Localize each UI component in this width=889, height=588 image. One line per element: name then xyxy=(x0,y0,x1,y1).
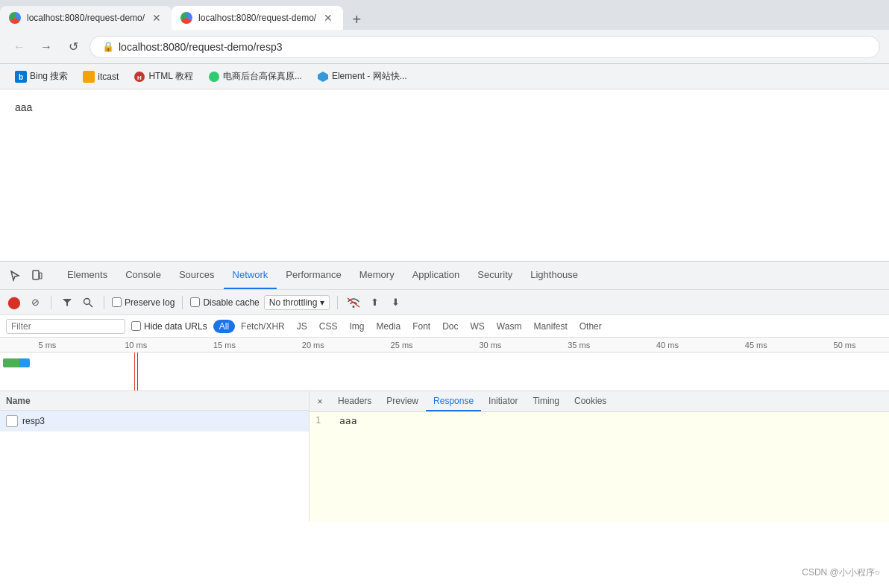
line-number: 1 xyxy=(315,415,330,426)
detail-tab-initiator[interactable]: Initiator xyxy=(481,391,525,411)
timeline-mark-15ms: 15 ms xyxy=(180,341,269,350)
filter-input[interactable] xyxy=(6,319,125,334)
request-row[interactable]: resp3 xyxy=(0,411,309,431)
upload-icon[interactable]: ⬆ xyxy=(366,294,383,311)
stop-button[interactable]: ⊘ xyxy=(27,294,43,311)
reload-button[interactable]: ↺ xyxy=(63,37,84,57)
browser-tab-1[interactable]: localhost:8080/request-demo/ ✕ xyxy=(0,6,172,30)
detail-tab-headers[interactable]: Headers xyxy=(330,391,379,411)
search-icon[interactable] xyxy=(80,294,96,311)
throttling-select[interactable]: No throttling ▾ xyxy=(264,295,330,310)
filter-type-font[interactable]: Font xyxy=(406,320,436,333)
detail-tab-cookies[interactable]: Cookies xyxy=(567,391,614,411)
disable-cache-input[interactable] xyxy=(190,297,200,307)
tab-title-2: localhost:8080/request-demo/ xyxy=(198,13,316,23)
requests-panel: Name resp3 × Headers Preview xyxy=(0,391,889,521)
bookmark-itcast[interactable]: itcast xyxy=(77,69,125,84)
tab-network[interactable]: Network xyxy=(224,262,277,289)
tab-close-1[interactable]: ✕ xyxy=(151,10,163,25)
devtools-panel: Elements Console Sources Network Perform… xyxy=(0,261,889,521)
filter-type-other[interactable]: Other xyxy=(574,320,608,333)
request-file-icon xyxy=(6,415,18,427)
preserve-log-checkbox[interactable]: Preserve log xyxy=(112,297,175,308)
filter-type-media[interactable]: Media xyxy=(370,320,406,333)
bookmark-itcast-label: itcast xyxy=(98,72,119,82)
bookmark-ecommerce[interactable]: 电商后台高保真原... xyxy=(202,69,308,84)
filter-type-js[interactable]: JS xyxy=(291,320,313,333)
forward-button[interactable]: → xyxy=(36,37,57,57)
bookmark-bing[interactable]: b Bing 搜索 xyxy=(9,69,74,84)
timeline-vline-blue xyxy=(137,353,138,391)
record-button[interactable]: ⬤ xyxy=(6,294,22,311)
tab-performance[interactable]: Performance xyxy=(277,262,350,289)
requests-list: Name resp3 xyxy=(0,391,310,521)
timeline-mark-5ms: 5 ms xyxy=(3,341,92,350)
itcast-icon xyxy=(83,71,95,83)
throttling-chevron-icon: ▾ xyxy=(320,297,324,308)
new-tab-button[interactable]: + xyxy=(346,9,367,30)
disable-cache-checkbox[interactable]: Disable cache xyxy=(190,297,259,308)
detail-tab-timing[interactable]: Timing xyxy=(525,391,567,411)
line-text: aaa xyxy=(339,415,356,426)
detail-tab-response[interactable]: Response xyxy=(426,391,481,411)
hide-data-urls-checkbox[interactable]: Hide data URLs xyxy=(131,321,207,332)
bookmarks-bar: b Bing 搜索 itcast H HTML 教程 电商后台高保真原... xyxy=(0,64,889,89)
wifi-icon[interactable] xyxy=(345,294,362,311)
svg-rect-2 xyxy=(83,71,95,83)
bookmark-element[interactable]: Element - 网站快... xyxy=(311,69,413,84)
detail-tab-preview[interactable]: Preview xyxy=(379,391,426,411)
filter-type-img[interactable]: Img xyxy=(343,320,370,333)
hide-data-urls-input[interactable] xyxy=(131,321,141,331)
svg-marker-6 xyxy=(318,72,328,82)
html-icon: H xyxy=(133,71,145,83)
url-text: localhost:8080/request-demo/resp3 xyxy=(119,41,282,53)
tab-security[interactable]: Security xyxy=(468,262,521,289)
filter-type-ws[interactable]: WS xyxy=(465,320,491,333)
toolbar-separator-4 xyxy=(337,296,338,309)
devtools-icon-group xyxy=(6,267,46,285)
filter-type-wasm[interactable]: Wasm xyxy=(491,320,528,333)
timeline-mark-10ms: 10 ms xyxy=(92,341,180,350)
tab-favicon-1 xyxy=(9,12,21,24)
tab-memory[interactable]: Memory xyxy=(351,262,403,289)
tab-console[interactable]: Console xyxy=(116,262,170,289)
filter-type-fetch-xhr[interactable]: Fetch/XHR xyxy=(235,320,291,333)
tab-title-1: localhost:8080/request-demo/ xyxy=(27,13,145,23)
bookmark-html[interactable]: H HTML 教程 xyxy=(128,69,199,84)
devtools-cursor-icon[interactable] xyxy=(6,267,24,285)
devtools-topbar: Elements Console Sources Network Perform… xyxy=(0,262,889,290)
devtools-toolbar: ⬤ ⊘ Preserve log Disable cache No thrott… xyxy=(0,290,889,315)
bing-icon: b xyxy=(15,71,27,83)
tab-close-2[interactable]: ✕ xyxy=(322,10,334,25)
svg-text:H: H xyxy=(137,75,142,81)
back-button[interactable]: ← xyxy=(9,37,30,57)
timeline-mark-20ms: 20 ms xyxy=(268,341,357,350)
svg-point-5 xyxy=(209,72,219,82)
detail-close-button[interactable]: × xyxy=(312,394,327,409)
filter-type-doc[interactable]: Doc xyxy=(436,320,464,333)
timeline-mark-35ms: 35 ms xyxy=(535,341,623,350)
timeline-mark-25ms: 25 ms xyxy=(357,341,446,350)
filter-type-css[interactable]: CSS xyxy=(313,320,344,333)
browser-tab-2[interactable]: localhost:8080/request-demo/ ✕ xyxy=(172,6,343,30)
tab-favicon-2 xyxy=(180,12,192,24)
element-icon xyxy=(317,71,329,83)
timeline-ruler: 5 ms 10 ms 15 ms 20 ms 25 ms 30 ms 35 ms… xyxy=(0,338,889,353)
filter-type-all[interactable]: All xyxy=(213,320,235,333)
timeline-bar xyxy=(3,358,30,367)
timeline-content xyxy=(0,353,889,391)
preserve-log-input[interactable] xyxy=(112,297,122,307)
toolbar-separator-3 xyxy=(182,296,183,309)
tab-application[interactable]: Application xyxy=(403,262,469,289)
devtools-tabs: Elements Console Sources Network Perform… xyxy=(58,262,883,289)
filter-type-manifest[interactable]: Manifest xyxy=(527,320,573,333)
tab-elements[interactable]: Elements xyxy=(58,262,116,289)
filter-icon[interactable] xyxy=(59,294,75,311)
detail-tabs: × Headers Preview Response Initiator Tim… xyxy=(310,391,889,412)
download-icon[interactable]: ⬇ xyxy=(387,294,403,311)
tab-sources[interactable]: Sources xyxy=(170,262,224,289)
url-bar[interactable]: 🔒 localhost:8080/request-demo/resp3 xyxy=(89,36,880,58)
devtools-device-icon[interactable] xyxy=(28,267,46,285)
svg-text:b: b xyxy=(19,73,23,81)
tab-lighthouse[interactable]: Lighthouse xyxy=(521,262,587,289)
